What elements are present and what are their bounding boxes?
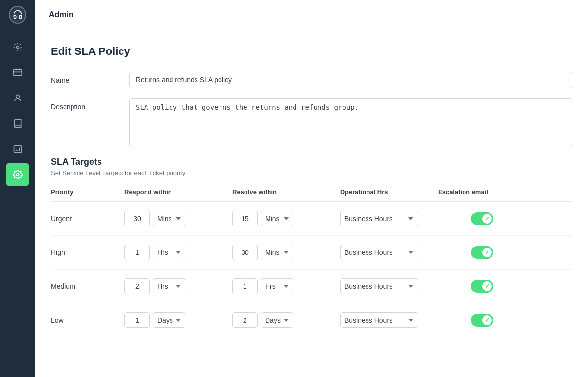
reports-icon (13, 144, 23, 154)
respond-within-urgent: MinsHrsDays (124, 211, 232, 226)
sidebar-item-tickets[interactable] (6, 61, 29, 84)
priority-high: High (51, 249, 124, 256)
respond-within-medium: MinsHrsDays (124, 278, 232, 294)
sidebar-item-dashboard[interactable] (6, 35, 29, 59)
dashboard-icon (13, 42, 23, 52)
header-escalation-email: Escalation email (438, 188, 526, 196)
svg-rect-3 (14, 146, 22, 153)
tickets-icon (13, 68, 23, 77)
resolve-value-high[interactable] (232, 245, 258, 260)
respond-value-low[interactable] (124, 312, 150, 328)
toggle-knob-medium: ✓ (482, 281, 492, 291)
escalation-low: ✓ (438, 314, 526, 327)
table-row: Urgent MinsHrsDays MinsHrsDays (51, 202, 572, 236)
priority-medium: Medium (51, 282, 124, 290)
operational-select-high[interactable]: Business HoursCalendar Hours24/7 (340, 245, 418, 260)
sla-table-header: Priority Respond within Resolve within O… (51, 188, 572, 202)
escalation-toggle-medium[interactable]: ✓ (471, 280, 493, 293)
header-priority: Priority (51, 188, 124, 196)
resolve-unit-low[interactable]: MinsHrsDays (261, 312, 293, 328)
operational-hrs-high: Business HoursCalendar Hours24/7 (340, 245, 438, 260)
toggle-knob-low: ✓ (482, 315, 492, 325)
table-row: High MinsHrsDays MinsHrsDays (51, 236, 572, 270)
header-respond-within: Respond within (124, 188, 232, 196)
respond-value-urgent[interactable] (124, 211, 150, 226)
sidebar-logo (0, 0, 35, 29)
escalation-toggle-low[interactable]: ✓ (471, 314, 493, 327)
resolve-within-urgent: MinsHrsDays (232, 211, 340, 226)
toggle-check-high: ✓ (485, 249, 490, 256)
table-row: Medium MinsHrsDays MinsHrsDays (51, 270, 572, 303)
header-operational-hrs: Operational Hrs (340, 188, 438, 196)
topbar: Admin (35, 0, 588, 29)
escalation-toggle-high[interactable]: ✓ (471, 246, 493, 259)
toggle-check-low: ✓ (485, 317, 490, 324)
toggle-check-urgent: ✓ (485, 215, 490, 222)
headset-icon (9, 6, 26, 24)
sla-targets-subtitle: Set Service Level Targets for each ticke… (51, 169, 572, 176)
name-label: Name (51, 72, 129, 84)
contacts-icon (13, 93, 23, 103)
book-icon (13, 119, 23, 128)
respond-unit-low[interactable]: MinsHrsDays (153, 312, 185, 328)
resolve-unit-high[interactable]: MinsHrsDays (261, 245, 293, 260)
sla-table: Priority Respond within Resolve within O… (51, 188, 572, 337)
operational-hrs-low: Business HoursCalendar Hours24/7 (340, 312, 438, 328)
respond-unit-medium[interactable]: MinsHrsDays (153, 278, 185, 294)
operational-select-low[interactable]: Business HoursCalendar Hours24/7 (340, 312, 418, 328)
respond-value-medium[interactable] (124, 278, 150, 294)
escalation-medium: ✓ (438, 280, 526, 293)
respond-value-high[interactable] (124, 245, 150, 260)
resolve-within-high: MinsHrsDays (232, 245, 340, 260)
priority-urgent: Urgent (51, 215, 124, 223)
svg-point-2 (16, 95, 20, 98)
resolve-value-medium[interactable] (232, 278, 258, 294)
escalation-toggle-urgent[interactable]: ✓ (471, 212, 493, 225)
operational-hrs-medium: Business HoursCalendar Hours24/7 (340, 278, 438, 294)
settings-icon (13, 170, 23, 179)
sla-targets-section: SLA Targets Set Service Level Targets fo… (51, 157, 572, 337)
resolve-unit-medium[interactable]: MinsHrsDays (261, 278, 293, 294)
toggle-knob-high: ✓ (482, 248, 492, 257)
priority-low: Low (51, 316, 124, 324)
name-row: Name (51, 72, 572, 88)
resolve-value-urgent[interactable] (232, 211, 258, 226)
respond-within-low: MinsHrsDays (124, 312, 232, 328)
resolve-within-low: MinsHrsDays (232, 312, 340, 328)
sidebar-item-knowledge[interactable] (6, 112, 29, 135)
description-label: Description (51, 98, 129, 111)
description-input[interactable]: SLA policy that governs the returns and … (129, 98, 572, 147)
escalation-high: ✓ (438, 246, 526, 259)
operational-select-medium[interactable]: Business HoursCalendar Hours24/7 (340, 278, 418, 294)
toggle-knob-urgent: ✓ (482, 214, 492, 224)
toggle-check-medium: ✓ (485, 283, 490, 290)
respond-unit-high[interactable]: MinsHrsDays (153, 245, 185, 260)
page-title: Edit SLA Policy (51, 45, 572, 58)
svg-point-4 (17, 174, 19, 176)
sidebar-item-reports[interactable] (6, 137, 29, 161)
resolve-within-medium: MinsHrsDays (232, 278, 340, 294)
respond-unit-urgent[interactable]: MinsHrsDays (153, 211, 185, 226)
main-content: Admin Edit SLA Policy Name Description S… (35, 0, 588, 377)
description-row: Description SLA policy that governs the … (51, 98, 572, 147)
respond-within-high: MinsHrsDays (124, 245, 232, 260)
table-row: Low MinsHrsDays MinsHrsDays (51, 303, 572, 337)
operational-hrs-urgent: Business HoursCalendar Hours24/7 (340, 211, 438, 226)
resolve-value-low[interactable] (232, 312, 258, 328)
header-resolve-within: Resolve within (232, 188, 340, 196)
resolve-unit-urgent[interactable]: MinsHrsDays (261, 211, 293, 226)
topbar-title: Admin (49, 10, 74, 19)
escalation-urgent: ✓ (438, 212, 526, 225)
svg-point-0 (17, 46, 19, 49)
operational-select-urgent[interactable]: Business HoursCalendar Hours24/7 (340, 211, 418, 226)
sidebar (0, 0, 35, 377)
content-area: Edit SLA Policy Name Description SLA pol… (35, 29, 588, 353)
sidebar-item-contacts[interactable] (6, 86, 29, 110)
svg-rect-1 (14, 69, 22, 75)
sidebar-nav (0, 29, 35, 377)
name-input[interactable] (129, 72, 572, 88)
sla-targets-title: SLA Targets (51, 157, 572, 167)
sidebar-item-settings[interactable] (6, 163, 29, 186)
